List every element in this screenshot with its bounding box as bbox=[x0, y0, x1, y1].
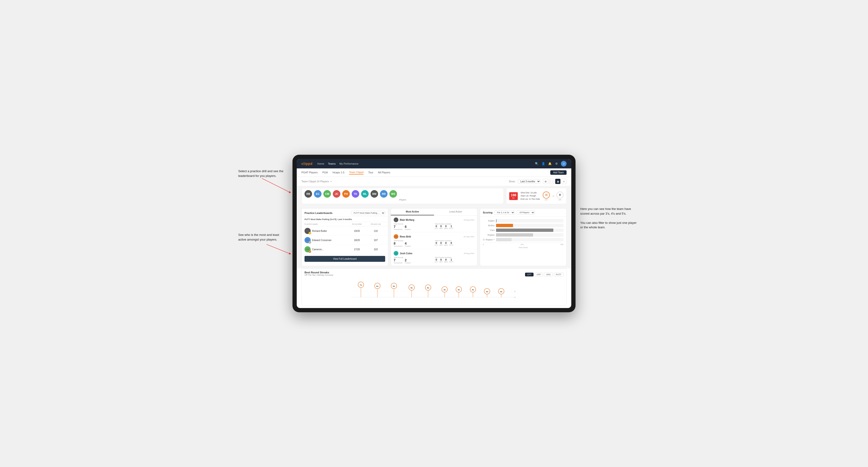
chart-row-dbogeys: D. Bogeys + 131 bbox=[483, 238, 563, 241]
subnav-all-players[interactable]: All Players bbox=[378, 171, 390, 174]
chart-bar-container-dbogeys: 131 bbox=[496, 238, 563, 241]
annotation-right: Here you can see how the team have score… bbox=[580, 207, 637, 230]
view-list[interactable]: ≡ bbox=[561, 179, 566, 184]
players-strip: RB EC CM JC PH TK ML BM RR WS bbox=[305, 190, 501, 198]
leaderboard-title: Practice Leaderboards bbox=[305, 212, 333, 214]
tablet-screen: clippd Home Teams My Performance 🔍 👤 🔔 ⚙… bbox=[297, 159, 571, 308]
chart-label-bogeys: Bogeys bbox=[483, 234, 495, 236]
chart-row-eagles: Eagles 3 bbox=[483, 219, 563, 222]
pa-stats-2: Total Rounds 8 Tournament 4 Practice bbox=[394, 240, 474, 247]
pa-app-1: 0 APP bbox=[439, 225, 443, 229]
lb-row-2: EC 2 Edward Crossman 18/20 107 bbox=[302, 236, 388, 245]
chart-bar-container-birdies: 96 bbox=[496, 224, 563, 227]
svg-text:6x: 6x bbox=[376, 285, 379, 287]
pa-putt-2: 0 PUTT bbox=[449, 242, 453, 246]
avatar-icon[interactable]: U bbox=[561, 161, 566, 166]
streak-point-6: 4x bbox=[442, 286, 447, 297]
circle-2: 0 bbox=[556, 191, 563, 198]
pa-rounds-label-1: Total Rounds bbox=[394, 223, 432, 225]
player-avatar-1[interactable]: RB bbox=[305, 190, 312, 198]
activity-player-2: RB Rees Britt 02 Sep 2023 Total Rounds 8 bbox=[391, 232, 477, 249]
edit-icon[interactable]: ✏ bbox=[330, 180, 332, 183]
player-avatar-7[interactable]: ML bbox=[361, 190, 369, 198]
streak-filter-app[interactable]: APP bbox=[534, 273, 543, 276]
lb-avatar-1: RB 1 bbox=[305, 228, 311, 234]
tab-least-active[interactable]: Least Active bbox=[434, 209, 477, 215]
streak-point-2: 6x bbox=[375, 283, 380, 297]
add-team-button[interactable]: Add Team bbox=[550, 170, 566, 175]
stat-circles: 16 yds → 0 yds bbox=[543, 191, 563, 201]
activity-tabs: Most Active Least Active bbox=[391, 209, 477, 216]
svg-text:4: 4 bbox=[515, 296, 516, 299]
search-icon[interactable]: 🔍 bbox=[534, 161, 539, 166]
bell-icon[interactable]: 🔔 bbox=[548, 161, 552, 166]
lb-name-2: Edward Crossman bbox=[312, 239, 331, 242]
view-icons: ⊞ ⋮⋮ ▦ ≡ bbox=[543, 179, 566, 184]
pa-avatar-1: BM bbox=[394, 217, 398, 222]
player-avatar-3[interactable]: CM bbox=[323, 190, 331, 198]
tab-most-active[interactable]: Most Active bbox=[391, 209, 434, 215]
streak-point-7: 4x bbox=[456, 286, 462, 297]
lb-avg-2: 107 bbox=[366, 239, 385, 242]
player-avatar-9[interactable]: RR bbox=[380, 190, 388, 198]
streak-point-4: 5x bbox=[409, 285, 414, 297]
stat-badge-sub: SC bbox=[511, 197, 516, 199]
streak-point-1: 7x bbox=[358, 282, 364, 297]
player-avatar-4[interactable]: JC bbox=[333, 190, 340, 198]
view-grid-active[interactable]: ▦ bbox=[555, 179, 560, 184]
streak-point-5: 5x bbox=[425, 285, 431, 297]
streak-filter-ott[interactable]: OTT bbox=[525, 273, 533, 276]
pa-name-1: Blair McHarg bbox=[400, 219, 414, 221]
pa-header-3: JC Josh Coles 26 Aug 2023 bbox=[394, 251, 474, 256]
pa-activities-row-1: 0 OTT 0 APP 0 ARG bbox=[435, 225, 474, 229]
player-avatar-10[interactable]: WS bbox=[390, 190, 397, 198]
streak-filter-putt[interactable]: PUTT bbox=[554, 273, 564, 276]
pa-date-1: 26 Aug 2023 bbox=[464, 219, 474, 221]
person-icon[interactable]: 👤 bbox=[541, 161, 545, 166]
scoring-chart: Eagles 3 Birdies 96 bbox=[480, 217, 566, 251]
streaks-svg: 7x 6x 6x bbox=[305, 280, 563, 303]
annotation-top-left: Select a practice drill and see the lead… bbox=[238, 169, 285, 178]
streaks-chart: 7x 6x 6x bbox=[305, 280, 563, 303]
logo: clippd bbox=[302, 162, 312, 165]
scoring-filter-player[interactable]: All Players bbox=[517, 210, 535, 215]
view-grid3[interactable]: ⋮⋮ bbox=[549, 179, 554, 184]
view-grid2[interactable]: ⊞ bbox=[543, 179, 548, 184]
pa-avatar-3: JC bbox=[394, 251, 398, 256]
show-select[interactable]: Last 3 months bbox=[518, 179, 540, 184]
view-leaderboard-button[interactable]: View Full Leaderboard bbox=[305, 256, 385, 262]
streak-filter-arg[interactable]: ARG bbox=[544, 273, 553, 276]
stat-badge-value: 198 bbox=[511, 193, 516, 197]
pa-practice-3: 2 Practice bbox=[405, 258, 411, 264]
lb-score-2: 18/20 bbox=[347, 239, 366, 242]
scoring-filter-par[interactable]: Par 3, 4 & 5s bbox=[494, 210, 515, 215]
pa-header-2: RB Rees Britt 02 Sep 2023 bbox=[394, 234, 474, 239]
lb-name-3: Cameron... bbox=[312, 248, 323, 251]
pa-putt-1: 1 PUTT bbox=[449, 225, 453, 229]
pa-tournament-2: 8 Tournament bbox=[394, 242, 402, 247]
subnav-pgat[interactable]: PGAT Players bbox=[302, 171, 318, 174]
settings-icon[interactable]: ⚙ bbox=[554, 161, 559, 166]
sub-nav: PGAT Players PGA Hcaps 1-5 Team Clippd T… bbox=[297, 168, 571, 177]
player-avatar-8[interactable]: BM bbox=[371, 190, 378, 198]
team-controls: Show: Last 3 months ⊞ ⋮⋮ ▦ ≡ bbox=[509, 179, 566, 184]
nav-home[interactable]: Home bbox=[317, 162, 324, 165]
svg-line-1 bbox=[267, 244, 290, 254]
subnav-tour[interactable]: Tour bbox=[368, 171, 373, 174]
leaderboard-dropdown[interactable]: PUTT Must Make Putting ... bbox=[351, 211, 385, 215]
player-avatar-2[interactable]: EC bbox=[314, 190, 321, 198]
nav-my-performance[interactable]: My Performance bbox=[339, 162, 359, 165]
player-avatar-6[interactable]: TK bbox=[352, 190, 359, 198]
lb-avg-3: 103 bbox=[366, 248, 385, 251]
player-avatar-5[interactable]: PH bbox=[342, 190, 350, 198]
svg-text:5x: 5x bbox=[411, 287, 413, 289]
svg-text:3x: 3x bbox=[500, 290, 502, 293]
chart-row-birdies: Birdies 96 bbox=[483, 224, 563, 227]
lb-player-1: RB 1 Richard Butler bbox=[305, 228, 347, 234]
subnav-team-clippd[interactable]: Team Clippd bbox=[349, 171, 364, 175]
nav-teams[interactable]: Teams bbox=[328, 162, 336, 165]
subnav-hcaps[interactable]: Hcaps 1-5 bbox=[333, 171, 344, 174]
leaderboard-header: Practice Leaderboards PUTT Must Make Put… bbox=[302, 209, 388, 217]
subnav-pga[interactable]: PGA bbox=[322, 171, 328, 174]
pa-ott-3: 0 OTT bbox=[435, 258, 438, 263]
